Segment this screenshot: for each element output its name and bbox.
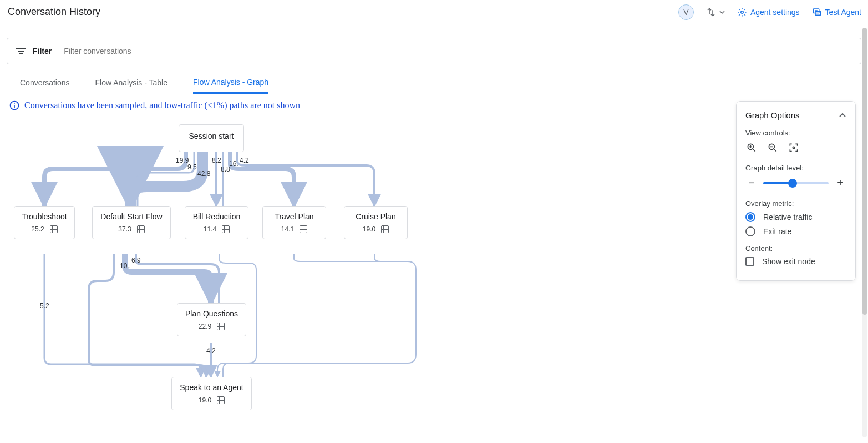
checkbox-icon (745, 257, 754, 266)
node-title: Cruise Plan (356, 212, 395, 221)
chevron-up-icon (839, 112, 846, 119)
chevron-down-icon (719, 9, 725, 15)
node-title: Session start (189, 132, 234, 140)
node-metric: 19.0 (363, 225, 389, 233)
node-metric: 19.0 (199, 396, 225, 404)
svg-rect-3 (16, 48, 26, 49)
list-icon (217, 396, 225, 404)
radio-icon (745, 212, 755, 222)
filter-text: Filter (33, 47, 52, 56)
view-controls-label: View controls: (745, 129, 846, 137)
node-metric: 37.3 (118, 225, 144, 233)
radio-exit-rate[interactable]: Exit rate (745, 226, 846, 236)
slider-track[interactable] (763, 182, 829, 184)
avatar[interactable]: V (678, 4, 694, 20)
content-label: Content: (745, 244, 846, 253)
node-title: Default Start Flow (100, 212, 162, 221)
info-banner-text: Conversations have been sampled, and low… (24, 100, 300, 110)
filter-input[interactable] (63, 46, 852, 56)
zoom-out-icon[interactable] (767, 142, 779, 154)
tab-flow-table[interactable]: Flow Analysis - Table (95, 78, 167, 93)
node-default-start-flow[interactable]: Default Start Flow 37.3 (92, 206, 171, 239)
filter-bar: Filter (7, 38, 861, 64)
node-troubleshoot[interactable]: Troubleshoot 25.2 (14, 206, 75, 239)
list-icon (217, 323, 225, 330)
radio-relative-traffic[interactable]: Relative traffic (745, 212, 846, 222)
edge-label: 10.. (120, 262, 131, 270)
tabs: Conversations Flow Analysis - Table Flow… (0, 74, 868, 97)
list-icon (50, 225, 58, 233)
node-metric: 22.9 (199, 323, 225, 330)
gear-icon (737, 7, 747, 17)
node-session-start[interactable]: Session start (179, 124, 244, 152)
graph-detail-label: Graph detail level: (745, 164, 846, 172)
test-agent-label: Test Agent (825, 8, 861, 17)
node-metric: 11.4 (204, 225, 230, 233)
fit-screen-icon[interactable] (788, 142, 800, 154)
edge-label: 8.2 (212, 157, 221, 164)
radio-icon (745, 226, 755, 236)
info-icon (9, 100, 20, 111)
edge-label: 6.9 (131, 256, 141, 264)
scrollbar-thumb[interactable] (862, 28, 867, 315)
node-title: Speak to an Agent (180, 383, 243, 392)
tab-conversations[interactable]: Conversations (20, 78, 70, 93)
header: Conversation History V Agent settings Te… (0, 0, 868, 24)
test-agent-button[interactable]: Test Agent (812, 7, 861, 17)
node-bill-reduction[interactable]: Bill Reduction 11.4 (185, 206, 248, 239)
svg-line-14 (774, 149, 776, 152)
node-title: Troubleshoot (22, 212, 67, 221)
zoom-in-icon[interactable] (745, 142, 758, 154)
node-title: Plan Questions (185, 309, 238, 318)
filter-label-group: Filter (16, 47, 52, 56)
svg-point-8 (14, 103, 15, 104)
node-title: Bill Reduction (193, 212, 241, 221)
svg-point-0 (741, 11, 744, 13)
node-speak-agent[interactable]: Speak to an Agent 19.0 (171, 377, 252, 410)
edge-label: 4.2 (206, 347, 216, 355)
node-title: Travel Plan (275, 212, 313, 221)
minus-icon[interactable]: − (745, 177, 758, 189)
svg-line-10 (753, 149, 755, 152)
node-metric: 25.2 (31, 225, 57, 233)
list-icon (137, 225, 145, 233)
edge-label: 4.2 (240, 157, 249, 164)
tab-flow-graph[interactable]: Flow Analysis - Graph (193, 78, 268, 94)
detail-slider[interactable]: − + (745, 177, 846, 189)
header-actions: V Agent settings Test Agent (678, 4, 861, 20)
panel-title: Graph Options (745, 110, 800, 120)
svg-point-16 (793, 147, 794, 148)
graph-options-panel: Graph Options View controls: Graph detai… (736, 101, 856, 281)
edges-layer (0, 114, 555, 443)
agent-settings-button[interactable]: Agent settings (737, 7, 800, 17)
edge-label: 9.5 (187, 163, 197, 171)
node-metric: 14.1 (281, 225, 307, 233)
filter-icon (16, 47, 26, 55)
list-icon (300, 225, 307, 233)
node-cruise-plan[interactable]: Cruise Plan 19.0 (344, 206, 408, 239)
overlay-metric-label: Overlay metric: (745, 199, 846, 208)
plus-icon[interactable]: + (834, 177, 846, 189)
edge-label: 5.2 (40, 302, 49, 310)
agent-settings-label: Agent settings (750, 8, 800, 17)
list-icon (222, 225, 230, 233)
node-plan-questions[interactable]: Plan Questions 22.9 (177, 303, 246, 336)
slider-thumb[interactable] (788, 179, 797, 188)
edge-label: 42.8 (197, 170, 210, 178)
chat-icon (812, 7, 822, 17)
checkbox-show-exit-node[interactable]: Show exit node (745, 257, 846, 266)
svg-rect-5 (19, 53, 23, 54)
page-title: Conversation History (8, 6, 100, 18)
edge-label: 19.9 (176, 157, 189, 164)
view-controls (745, 142, 846, 154)
vertical-scrollbar[interactable] (862, 28, 867, 437)
list-icon (381, 225, 389, 233)
panel-header[interactable]: Graph Options (745, 110, 846, 120)
svg-rect-4 (18, 51, 24, 52)
edge-label: 16. (229, 160, 238, 168)
swap-icon[interactable] (706, 7, 725, 17)
node-travel-plan[interactable]: Travel Plan 14.1 (262, 206, 326, 239)
